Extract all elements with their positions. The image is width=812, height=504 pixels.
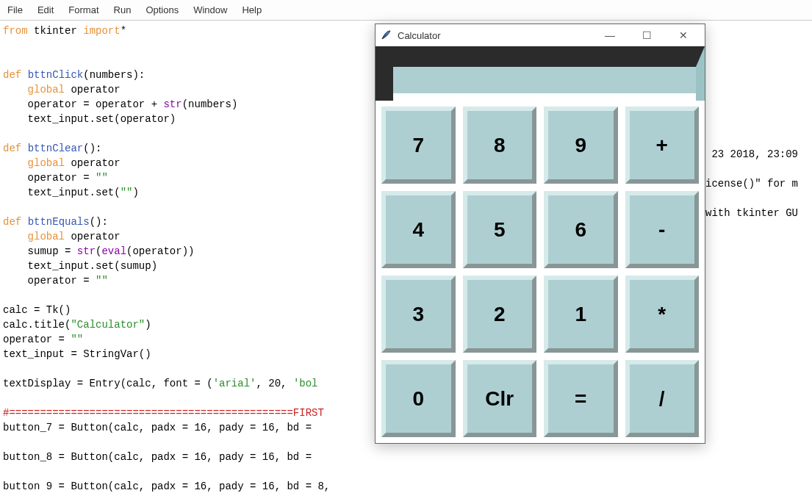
code-token: sumup = bbox=[28, 245, 77, 257]
calc-button-clr[interactable]: Clr bbox=[463, 360, 537, 437]
code-token: 'arial' bbox=[213, 378, 256, 389]
code-token: operator = bbox=[3, 334, 71, 345]
menu-bar: File Edit Format Run Options Window Help bbox=[0, 0, 812, 21]
calc-button-4[interactable]: 4 bbox=[381, 191, 456, 268]
menu-format[interactable]: Format bbox=[65, 3, 101, 17]
code-token: text_input = StringVar() bbox=[3, 348, 151, 360]
code-token: 'bol bbox=[293, 378, 318, 389]
calc-button-sub[interactable]: - bbox=[625, 191, 700, 268]
menu-file[interactable]: File bbox=[4, 3, 26, 17]
code-token: "Calculator" bbox=[71, 319, 145, 331]
code-token: operator = operator + bbox=[28, 98, 164, 110]
maximize-button[interactable]: ☐ bbox=[631, 29, 662, 41]
calc-button-add[interactable]: + bbox=[625, 107, 700, 184]
code-token: eval bbox=[101, 245, 126, 257]
calc-button-mul[interactable]: * bbox=[625, 276, 700, 353]
calc-button-6[interactable]: 6 bbox=[544, 191, 618, 268]
code-token: button_7 = Button(calc, padx = 16, pady … bbox=[3, 422, 317, 433]
calc-button-0[interactable]: 0 bbox=[381, 360, 456, 437]
code-token: def bbox=[3, 216, 21, 228]
code-token: (operator)) bbox=[126, 245, 194, 257]
calculator-display[interactable] bbox=[393, 67, 696, 101]
window-titlebar[interactable]: Calculator — ☐ ✕ bbox=[376, 24, 705, 46]
calc-button-eq[interactable]: = bbox=[544, 360, 618, 437]
code-token: operator = bbox=[28, 172, 96, 184]
code-token: (numbers): bbox=[83, 69, 145, 81]
calculator-keypad: 7 8 9 + 4 5 6 - 3 2 1 * 0 Clr = / bbox=[376, 101, 705, 443]
code-token: bttnClear bbox=[28, 143, 84, 154]
shell-line: with tkinter GU bbox=[705, 207, 798, 219]
calc-button-7[interactable]: 7 bbox=[381, 107, 456, 184]
code-token: tkinter bbox=[34, 25, 77, 37]
code-token: text_input.set( bbox=[28, 187, 121, 198]
code-token: calc.title( bbox=[3, 319, 71, 331]
code-token: operator bbox=[71, 157, 120, 169]
feather-icon bbox=[380, 29, 392, 41]
code-token: (): bbox=[90, 216, 108, 228]
code-token: str bbox=[77, 245, 96, 257]
code-token: ) bbox=[132, 187, 138, 198]
shell-line: icense()" for m bbox=[705, 178, 798, 190]
code-token: def bbox=[3, 69, 21, 81]
code-token: def bbox=[3, 143, 21, 154]
calculator-body: 7 8 9 + 4 5 6 - 3 2 1 * 0 Clr = / bbox=[376, 46, 705, 443]
shell-line: 23 2018, 23:09 bbox=[705, 148, 798, 160]
minimize-button[interactable]: — bbox=[594, 29, 625, 41]
code-token: from bbox=[3, 25, 28, 37]
menu-window[interactable]: Window bbox=[190, 3, 230, 17]
menu-help[interactable]: Help bbox=[239, 3, 265, 17]
code-token: calc = Tk() bbox=[3, 304, 71, 316]
code-token: textDisplay = Entry(calc, font = ( bbox=[3, 378, 213, 389]
code-token: global bbox=[28, 157, 65, 169]
shell-output: 23 2018, 23:09 icense()" for m with tkin… bbox=[705, 147, 798, 220]
code-token: "" bbox=[96, 172, 108, 184]
code-token: bttnEquals bbox=[28, 216, 90, 228]
code-token: "" bbox=[71, 334, 83, 345]
code-token: operator = bbox=[28, 275, 96, 287]
code-token: operator bbox=[71, 231, 120, 242]
calc-button-8[interactable]: 8 bbox=[463, 107, 537, 184]
code-token: , 20, bbox=[256, 378, 292, 389]
code-token: text_input.set(sumup) bbox=[3, 260, 157, 272]
code-token: #=======================================… bbox=[3, 407, 324, 419]
menu-edit[interactable]: Edit bbox=[35, 3, 57, 17]
code-token: operator bbox=[71, 84, 120, 96]
code-token: (numbers) bbox=[182, 98, 238, 110]
calc-button-5[interactable]: 5 bbox=[463, 191, 537, 268]
code-token: * bbox=[121, 25, 126, 37]
calc-button-9[interactable]: 9 bbox=[544, 107, 618, 184]
code-token: ) bbox=[145, 319, 151, 331]
menu-run[interactable]: Run bbox=[111, 3, 134, 17]
code-token: bttnClick bbox=[28, 69, 84, 81]
calc-button-div[interactable]: / bbox=[625, 360, 700, 437]
calc-button-1[interactable]: 1 bbox=[544, 276, 618, 353]
calc-button-3[interactable]: 3 bbox=[381, 276, 456, 353]
code-token: str bbox=[163, 98, 182, 110]
code-token: "" bbox=[96, 275, 108, 287]
code-token: button_8 = Button(calc, padx = 16, pady … bbox=[3, 451, 317, 463]
calc-button-2[interactable]: 2 bbox=[463, 276, 537, 353]
code-token: text_input.set(operator) bbox=[3, 113, 176, 125]
calculator-window: Calculator — ☐ ✕ 7 8 9 + 4 5 6 - 3 2 1 *… bbox=[375, 24, 705, 444]
code-token: button 9 = Button(calc, padx = 16, pady … bbox=[3, 480, 330, 492]
code-token: (): bbox=[83, 143, 101, 154]
close-button[interactable]: ✕ bbox=[668, 29, 699, 41]
code-token: global bbox=[28, 84, 65, 96]
window-title: Calculator bbox=[398, 30, 441, 41]
code-token: global bbox=[28, 231, 65, 242]
code-token: "" bbox=[121, 187, 133, 198]
menu-options[interactable]: Options bbox=[143, 3, 182, 17]
code-token: import bbox=[83, 25, 120, 37]
